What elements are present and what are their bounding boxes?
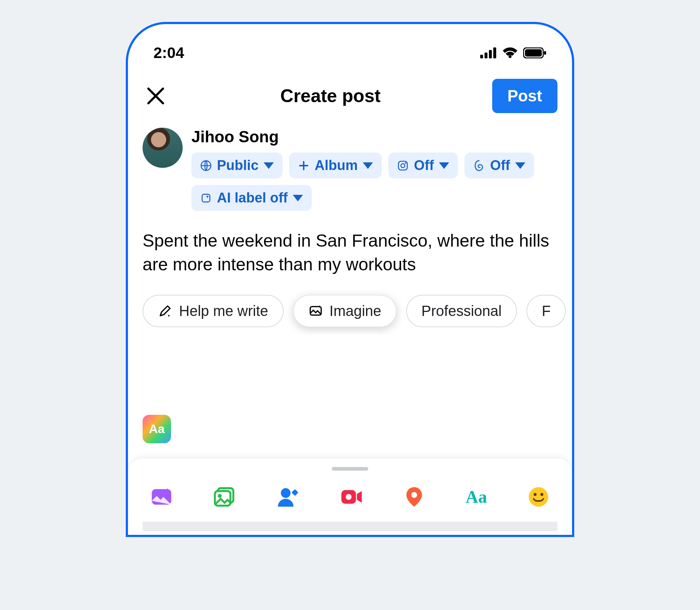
pencil-sparkle-icon <box>158 304 172 318</box>
sheet-grabber[interactable] <box>332 467 368 471</box>
live-video-tool[interactable] <box>336 482 366 512</box>
chevron-down-icon <box>515 162 525 169</box>
chevron-down-icon <box>293 195 303 201</box>
chevron-down-icon <box>264 162 274 169</box>
svg-point-20 <box>346 494 351 500</box>
imagine-label: Imagine <box>330 303 381 319</box>
page-title: Create post <box>280 85 381 107</box>
composer-chip-row: Public Album Off <box>191 152 557 211</box>
svg-rect-6 <box>544 51 546 55</box>
threads-label: Off <box>490 158 510 173</box>
svg-point-22 <box>529 487 548 506</box>
user-meta: Jihoo Song Public Album Off <box>191 128 557 211</box>
composer-user-row: Jihoo Song Public Album Off <box>128 120 572 215</box>
ai-suggestion-row: Help me write Imagine Professional F <box>128 280 572 335</box>
photo-icon <box>213 485 236 509</box>
text-tool[interactable]: Aa <box>462 483 491 510</box>
svg-point-16 <box>218 494 222 498</box>
close-icon[interactable] <box>143 83 169 109</box>
bg-button-label: Aa <box>149 422 164 436</box>
spacer <box>128 335 572 415</box>
professional-label: Professional <box>421 303 502 319</box>
ai-label-text: AI label off <box>217 190 288 206</box>
chevron-down-icon <box>363 162 373 169</box>
ai-photo-icon <box>150 485 173 509</box>
battery-icon <box>523 47 547 58</box>
svg-rect-11 <box>202 194 210 202</box>
background-color-button[interactable]: Aa <box>143 415 171 443</box>
imagine-pill[interactable]: Imagine <box>293 295 397 327</box>
tag-people-icon <box>276 485 299 509</box>
instagram-label: Off <box>414 158 434 173</box>
audience-label: Public <box>217 158 258 173</box>
post-text-input[interactable]: Spent the weekend in San Francisco, wher… <box>128 215 572 280</box>
smiley-icon <box>527 485 550 509</box>
svg-rect-3 <box>493 47 496 58</box>
status-bar: 2:04 <box>128 24 572 68</box>
image-sparkle-icon <box>308 304 323 318</box>
svg-point-17 <box>281 488 291 498</box>
photo-tool[interactable] <box>209 482 240 512</box>
ai-sparkle-icon <box>200 192 212 204</box>
instagram-icon <box>397 160 409 171</box>
cellular-icon <box>480 47 497 58</box>
threads-icon <box>473 160 485 171</box>
text-tool-label: Aa <box>466 487 487 506</box>
location-icon <box>402 485 426 509</box>
app-card: 2:04 Create post Post Jihoo Song <box>0 0 700 610</box>
svg-rect-5 <box>525 49 542 57</box>
ai-label-chip[interactable]: AI label off <box>191 185 312 211</box>
next-pill-label: F <box>542 303 551 319</box>
next-pill-partial[interactable]: F <box>526 295 566 327</box>
status-indicators <box>480 47 547 59</box>
post-button[interactable]: Post <box>492 79 557 113</box>
instagram-chip[interactable]: Off <box>388 152 458 178</box>
globe-icon <box>200 160 212 171</box>
threads-chip[interactable]: Off <box>464 152 534 178</box>
phone-frame: 2:04 Create post Post Jihoo Song <box>126 22 574 537</box>
location-tool[interactable] <box>399 482 429 512</box>
svg-point-21 <box>411 492 417 498</box>
svg-point-23 <box>534 493 537 496</box>
album-label: Album <box>315 158 358 173</box>
svg-point-24 <box>540 493 543 496</box>
svg-rect-0 <box>480 55 483 58</box>
audience-chip[interactable]: Public <box>191 152 283 178</box>
help-me-write-pill[interactable]: Help me write <box>143 295 284 327</box>
ai-photo-tool[interactable] <box>146 482 177 512</box>
tag-people-tool[interactable] <box>272 482 303 512</box>
chevron-down-icon <box>439 162 449 169</box>
avatar[interactable] <box>143 128 183 168</box>
wifi-icon <box>502 47 518 59</box>
album-chip[interactable]: Album <box>289 152 382 178</box>
svg-rect-18 <box>292 489 299 496</box>
svg-rect-2 <box>489 50 492 58</box>
professional-pill[interactable]: Professional <box>406 295 517 327</box>
status-time: 2:04 <box>153 44 184 62</box>
user-name: Jihoo Song <box>191 128 557 146</box>
tool-row: Aa <box>143 482 557 512</box>
svg-rect-1 <box>485 53 487 58</box>
feeling-tool[interactable] <box>523 482 554 512</box>
plus-icon <box>298 160 310 171</box>
bottom-sheet: Aa <box>128 458 572 535</box>
header: Create post Post <box>128 68 572 120</box>
help-me-write-label: Help me write <box>179 303 268 319</box>
svg-point-10 <box>405 162 407 163</box>
live-video-icon <box>339 485 363 509</box>
svg-point-9 <box>401 163 405 167</box>
keyboard-hint-bar <box>143 522 557 531</box>
